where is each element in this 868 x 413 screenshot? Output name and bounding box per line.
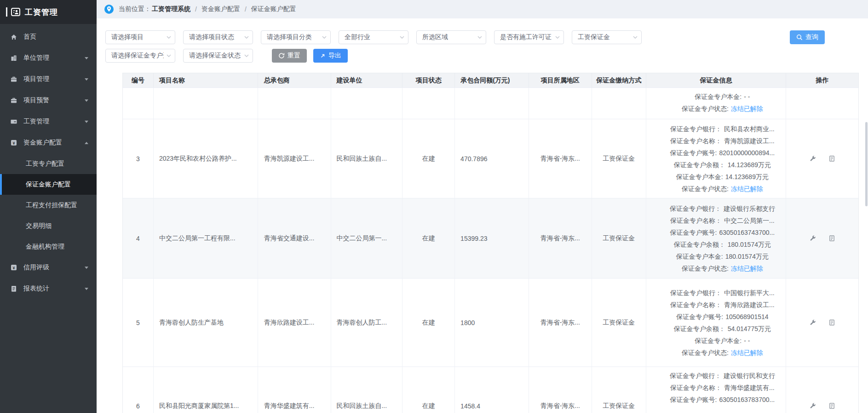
- breadcrumb: 当前位置： 工资管理系统 / 资金账户配置 / 保证金账户配置: [97, 0, 868, 18]
- filter-panel: 请选择项目 请选择项目状态 请选择项目分类 全部行业 所选区域: [97, 18, 868, 63]
- logo-bar: [6, 7, 7, 17]
- table-row: 6 民和县阳光商厦家属院第1... 青海华盛建筑有... 民和回族土族自... …: [123, 366, 858, 413]
- page: 工资管理 首页 单位管理 项目管理 项目预警: [0, 0, 868, 413]
- select-industry[interactable]: 全部行业: [339, 30, 408, 44]
- wrench-icon: [809, 402, 816, 409]
- scrollbar-thumb[interactable]: [865, 122, 868, 206]
- configure-button[interactable]: [809, 235, 816, 242]
- sidebar-nav: 首页 单位管理 项目管理 项目预警 工资管理: [0, 24, 97, 299]
- sidebar-item-home[interactable]: 首页: [0, 26, 97, 47]
- cell-method: 工资保证金: [592, 198, 646, 278]
- chevron-down-icon: [85, 267, 88, 269]
- status-link[interactable]: 冻结已解除: [731, 265, 763, 272]
- sidebar-item-label: 信用评级: [23, 263, 49, 272]
- document-icon: [828, 319, 835, 326]
- export-button[interactable]: 导出: [313, 49, 348, 63]
- sidebar-item-report-statistics[interactable]: 报表统计: [0, 278, 97, 299]
- filter-row-1: 请选择项目 请选择项目状态 请选择项目分类 全部行业 所选区域: [105, 30, 825, 44]
- configure-button[interactable]: [809, 155, 816, 162]
- header-deposit-info: 保证金信息: [646, 73, 787, 87]
- chevron-down-icon: [244, 36, 249, 39]
- export-arrow-icon: [320, 53, 326, 59]
- header-method: 保证金缴纳方式: [592, 73, 646, 87]
- cell-contractor: 青海华盛建筑有...: [258, 367, 332, 413]
- sidebar-item-project-mgmt[interactable]: 项目管理: [0, 69, 97, 90]
- detail-button[interactable]: [828, 235, 835, 242]
- cell-status: [402, 88, 455, 119]
- query-button-label: 查询: [805, 33, 818, 41]
- chevron-down-icon: [85, 78, 88, 81]
- header-no: 编号: [123, 73, 154, 87]
- sidebar-subitem-deposit-account-config[interactable]: 保证金账户配置: [0, 174, 97, 195]
- export-button-label: 导出: [328, 52, 341, 60]
- filter-row-2: 请选择保证金专户开 请选择保证金状态 重置 导出: [105, 49, 825, 63]
- table-row-partial: 保证金专户本金:- - 保证金专户状态:冻结已解除: [123, 87, 858, 119]
- cell-project-name: [154, 88, 258, 119]
- cell-status: 在建: [402, 279, 455, 366]
- sidebar-item-wage-mgmt[interactable]: 工资管理: [0, 111, 97, 132]
- document-icon: [828, 402, 835, 409]
- cell-deposit-info: 保证金专户本金:- - 保证金专户状态:冻结已解除: [646, 88, 787, 119]
- sidebar-subitem-label: 工资专户配置: [26, 160, 64, 168]
- status-link[interactable]: 冻结已解除: [731, 185, 763, 192]
- sidebar-item-label: 首页: [23, 33, 36, 41]
- cell-actions: [786, 88, 858, 119]
- header-contractor: 总承包商: [258, 73, 332, 87]
- status-link[interactable]: 冻结已解除: [731, 105, 763, 112]
- app-badge-icon: [11, 7, 21, 17]
- sidebar-item-credit-rating[interactable]: ¥ 信用评级: [0, 257, 97, 278]
- cell-no: 4: [123, 198, 154, 278]
- sidebar-subitem-payment-guarantee-config[interactable]: 工程支付担保配置: [0, 195, 97, 215]
- sidebar-subitem-financial-institution[interactable]: 金融机构管理: [0, 236, 97, 257]
- status-link[interactable]: 冻结已解除: [731, 349, 763, 356]
- location-pin-icon: [104, 4, 114, 14]
- select-region[interactable]: 所选区域: [416, 30, 486, 44]
- sidebar-item-project-alert[interactable]: 项目预警: [0, 90, 97, 111]
- table-header-row: 编号 项目名称 总承包商 建设单位 项目状态 承包合同额(万元) 项目所属地区 …: [123, 73, 858, 87]
- detail-button[interactable]: [828, 319, 835, 326]
- chevron-down-icon: [167, 54, 171, 58]
- cell-contractor: 青海欣路建设工...: [258, 279, 332, 366]
- sidebar-subitem-label: 交易明细: [26, 222, 52, 230]
- sidebar-subitem-label: 工程支付担保配置: [26, 201, 77, 209]
- cell-deposit-info: 保证金专户银行：建设银行乐都支行 保证金专户名称：中交二公局第一... 保证金专…: [646, 198, 787, 278]
- header-amount: 承包合同额(万元): [455, 73, 529, 87]
- detail-button[interactable]: [828, 155, 835, 162]
- chevron-down-icon: [167, 36, 171, 39]
- detail-button[interactable]: [828, 402, 835, 409]
- sidebar-item-label: 项目预警: [23, 96, 49, 105]
- select-deposit-type[interactable]: 工资保证金: [572, 30, 642, 44]
- wrench-icon: [809, 235, 816, 242]
- sidebar: 工资管理 首页 单位管理 项目管理 项目预警: [0, 0, 97, 413]
- chevron-down-icon: [322, 36, 327, 39]
- sidebar-subitem-wage-account-config[interactable]: 工资专户配置: [0, 153, 97, 174]
- sidebar-item-label: 单位管理: [23, 54, 49, 62]
- cell-region: 青海省-海东...: [529, 198, 592, 278]
- cell-status: 在建: [402, 198, 455, 278]
- header-project-name: 项目名称: [154, 73, 258, 87]
- select-deposit-account-bank[interactable]: 请选择保证金专户开: [105, 49, 175, 63]
- cell-region: [529, 88, 592, 119]
- breadcrumb-item-deposit-config[interactable]: 保证金账户配置: [251, 5, 296, 13]
- select-deposit-status[interactable]: 请选择保证金状态: [183, 49, 253, 63]
- chevron-down-icon: [400, 36, 404, 39]
- sidebar-item-unit-mgmt[interactable]: 单位管理: [0, 47, 97, 69]
- table-row: 5 青海蓉创人防生产基地 青海欣路建设工... 青海蓉创人防工... 在建 18…: [123, 278, 858, 366]
- select-project[interactable]: 请选择项目: [105, 30, 175, 44]
- sidebar-item-fund-account-config[interactable]: ¥ 资金账户配置: [0, 132, 97, 153]
- search-icon: [796, 34, 803, 41]
- sidebar-subitem-transaction-detail[interactable]: 交易明细: [0, 215, 97, 236]
- configure-button[interactable]: [809, 402, 816, 409]
- breadcrumb-root[interactable]: 工资管理系统: [152, 5, 190, 13]
- cell-contractor: [258, 88, 332, 119]
- wallet-icon: [10, 118, 17, 125]
- configure-button[interactable]: [809, 319, 816, 326]
- reset-button[interactable]: 重置: [272, 49, 307, 63]
- query-button[interactable]: 查询: [790, 30, 825, 44]
- select-construction-permit[interactable]: 是否有施工许可证: [494, 30, 564, 44]
- breadcrumb-item-fund-config[interactable]: 资金账户配置: [201, 5, 240, 13]
- select-project-status[interactable]: 请选择项目状态: [183, 30, 253, 44]
- cell-actions: [786, 119, 858, 198]
- select-project-category[interactable]: 请选择项目分类: [261, 30, 331, 44]
- cell-contractor: 青海凯源建设工...: [258, 119, 332, 198]
